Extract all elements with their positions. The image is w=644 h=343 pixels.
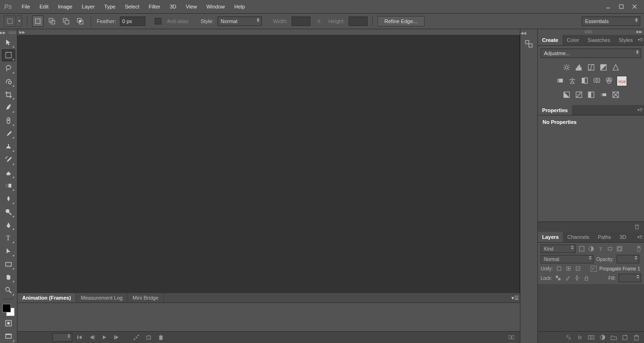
tool-clone-stamp[interactable] xyxy=(2,140,15,153)
window-maximize[interactable] xyxy=(615,2,628,11)
menu-window[interactable]: Window xyxy=(201,0,229,13)
menu-view[interactable]: View xyxy=(181,0,202,13)
tab-measurement-log[interactable]: Measurement Log xyxy=(76,293,128,302)
tab-color[interactable]: Color xyxy=(562,35,583,45)
create-panel-menu[interactable]: ▾☰ xyxy=(637,35,644,45)
history-panel-icon[interactable] xyxy=(523,38,535,50)
blend-mode-dropdown[interactable]: Normal xyxy=(541,255,594,263)
antialias-checkbox[interactable] xyxy=(155,18,161,24)
link-layers-icon[interactable] xyxy=(565,334,572,341)
layer-fx-icon[interactable]: fx xyxy=(576,334,584,341)
mini-dock-expand[interactable]: ◀◀ xyxy=(519,30,538,36)
selection-subtract[interactable] xyxy=(60,16,72,27)
unify-position-icon[interactable] xyxy=(556,265,562,272)
adj-photo-filter-icon[interactable] xyxy=(592,76,602,85)
adjustment-preset-dropdown[interactable]: Adjustme... xyxy=(541,49,641,58)
menu-select[interactable]: Select xyxy=(120,0,144,13)
tool-hand[interactable] xyxy=(2,271,15,284)
tool-move[interactable] xyxy=(2,36,15,49)
tab-properties[interactable]: Properties xyxy=(538,105,572,115)
workspace-switcher[interactable]: Essentials xyxy=(582,16,640,26)
tool-crop[interactable] xyxy=(2,89,15,101)
properties-panel-menu[interactable]: ▾☰ xyxy=(636,105,644,115)
canvas-collapse[interactable]: ▶▶ xyxy=(17,29,524,35)
lock-pixels-icon[interactable] xyxy=(564,275,571,281)
tab-channels[interactable]: Channels xyxy=(563,232,593,242)
delete-layer-icon[interactable] xyxy=(633,334,640,341)
color-swatches[interactable] xyxy=(1,303,16,317)
tool-dodge[interactable] xyxy=(2,206,15,218)
tool-eyedropper[interactable] xyxy=(2,101,15,114)
layers-list[interactable] xyxy=(538,284,644,331)
filter-smart-icon[interactable] xyxy=(616,245,623,252)
tool-healing-brush[interactable] xyxy=(2,114,15,127)
selection-add[interactable] xyxy=(46,16,58,27)
properties-delete-icon[interactable] xyxy=(634,223,640,230)
menu-file[interactable]: File xyxy=(17,0,35,13)
lock-transparent-icon[interactable] xyxy=(555,275,561,281)
tool-path-select[interactable] xyxy=(2,245,15,257)
filter-toggle[interactable] xyxy=(636,245,641,252)
tab-mini-bridge[interactable]: Mini Bridge xyxy=(128,293,164,302)
menu-type[interactable]: Type xyxy=(100,0,120,13)
tool-blur[interactable] xyxy=(2,193,15,205)
adj-channel-mixer-icon[interactable] xyxy=(604,76,614,85)
lock-position-icon[interactable] xyxy=(574,275,580,281)
lock-all-icon[interactable] xyxy=(583,275,590,281)
adj-curves-icon[interactable] xyxy=(586,63,596,72)
unify-style-icon[interactable] xyxy=(575,265,581,272)
window-minimize[interactable] xyxy=(602,2,615,11)
adj-invert-icon[interactable] xyxy=(562,90,571,99)
menu-layer[interactable]: Layer xyxy=(77,0,100,13)
menu-image[interactable]: Image xyxy=(53,0,77,13)
propagate-checkbox[interactable]: ✓ xyxy=(591,266,597,272)
filter-adjust-icon[interactable] xyxy=(588,245,594,252)
tool-gradient[interactable] xyxy=(2,180,15,192)
tool-zoom[interactable] xyxy=(2,284,15,296)
canvas[interactable] xyxy=(17,35,520,293)
timeline-convert[interactable] xyxy=(507,333,516,342)
filter-pixel-icon[interactable] xyxy=(578,245,585,252)
tool-pen[interactable] xyxy=(2,219,15,231)
tool-preset-picker[interactable] xyxy=(4,16,22,27)
tab-3d[interactable]: 3D xyxy=(615,232,630,242)
menu-filter[interactable]: Filter xyxy=(144,0,165,13)
timeline-tween[interactable] xyxy=(132,333,141,342)
layer-mask-icon[interactable] xyxy=(587,334,595,341)
tab-styles[interactable]: Styles xyxy=(614,35,637,45)
tool-quick-select[interactable] xyxy=(2,75,15,88)
new-group-icon[interactable] xyxy=(610,334,618,341)
timeline-play[interactable] xyxy=(100,333,109,342)
toolbar-expand[interactable]: ▶▶ xyxy=(0,30,18,36)
layers-panel-menu[interactable]: ▾☰ xyxy=(636,232,644,242)
refine-edge-button[interactable]: Refine Edge... xyxy=(377,16,425,26)
tab-swatches[interactable]: Swatches xyxy=(584,35,615,45)
adj-posterize-icon[interactable] xyxy=(574,90,584,99)
selection-new[interactable] xyxy=(32,16,43,27)
opacity-input[interactable] xyxy=(617,255,639,263)
adj-levels-icon[interactable] xyxy=(574,63,584,72)
tab-animation[interactable]: Animation (Frames) xyxy=(17,293,76,302)
fill-input[interactable] xyxy=(619,274,641,282)
adj-color-lookup-icon[interactable]: RGB xyxy=(617,76,627,86)
filter-type-icon[interactable]: T xyxy=(597,245,604,252)
tab-create[interactable]: Create xyxy=(538,35,562,45)
new-adjustment-icon[interactable] xyxy=(599,334,606,341)
adj-brightness-icon[interactable] xyxy=(562,63,571,72)
unify-visibility-icon[interactable] xyxy=(565,265,572,272)
timeline-delete[interactable] xyxy=(156,333,166,342)
menu-help[interactable]: Help xyxy=(230,0,250,13)
adj-bw-icon[interactable] xyxy=(580,76,589,85)
timeline-prev-frame[interactable] xyxy=(87,333,97,342)
tool-screen-mode[interactable] xyxy=(2,330,15,343)
adj-color-balance-icon[interactable] xyxy=(568,76,577,85)
adj-threshold-icon[interactable] xyxy=(586,90,596,99)
tool-eraser[interactable] xyxy=(2,167,15,179)
tool-lasso[interactable] xyxy=(2,62,15,74)
adj-gradient-map-icon[interactable] xyxy=(599,90,608,99)
bottom-panel-menu[interactable]: ▾☰ xyxy=(510,293,520,302)
adj-exposure-icon[interactable] xyxy=(599,63,608,72)
adj-selective-color-icon[interactable] xyxy=(611,90,620,99)
layer-filter-kind[interactable]: Kind xyxy=(541,245,576,253)
timeline-new-frame[interactable] xyxy=(144,333,153,342)
